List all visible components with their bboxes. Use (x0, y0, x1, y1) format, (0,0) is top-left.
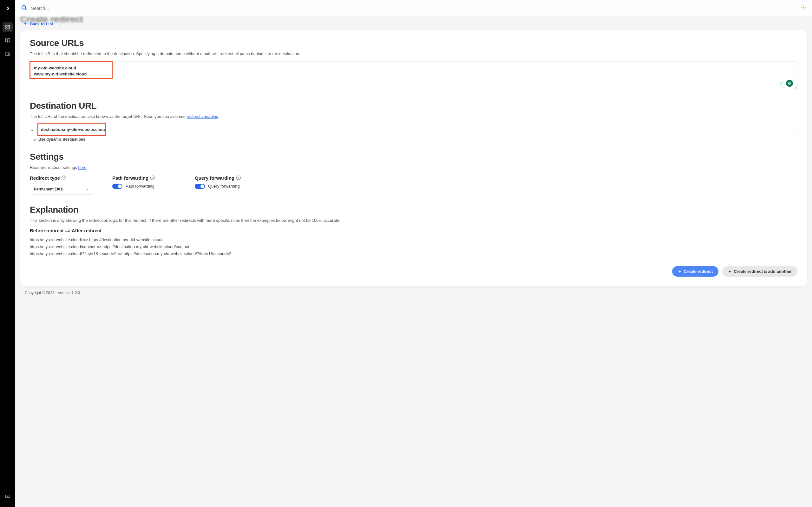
create-redirect-button[interactable]: Create redirect (672, 266, 718, 277)
svg-point-9 (7, 496, 8, 497)
help-icon[interactable]: ? (150, 176, 155, 180)
dynamic-destinations-label: Use dynamic destinations (38, 137, 85, 142)
path-forwarding-group: Path forwarding ? Path forwarding (112, 175, 176, 194)
destination-desc-pre: The full URL of the destination, also kn… (30, 114, 187, 119)
grammarly-lightbulb-icon[interactable] (778, 80, 785, 87)
settings-desc-pre: Read more about settings (30, 165, 78, 170)
explanation-examples: https://my-old-website.cloud/ => https:/… (30, 236, 798, 257)
query-forwarding-toggle-label: Query forwarding (208, 184, 240, 188)
explanation-desc: This section is only showing the redirec… (30, 217, 798, 224)
destination-url-title: Destination URL (30, 101, 798, 111)
search-input[interactable] (31, 6, 801, 11)
settings-here-link[interactable]: here (78, 165, 86, 170)
query-forwarding-label: Query forwarding ? (195, 175, 258, 181)
path-forwarding-label-text: Path forwarding (112, 175, 148, 181)
redirect-type-group: Redirect type ? Permanent (301) (30, 175, 93, 194)
redirect-type-label-text: Redirect type (30, 175, 60, 181)
back-to-list-link[interactable]: Back to List (23, 20, 61, 27)
path-forwarding-toggle-label: Path forwarding (125, 184, 154, 188)
query-forwarding-label-text: Query forwarding (195, 175, 235, 181)
explanation-example-line: https://my-old-website.cloud/contact => … (30, 243, 798, 250)
redirect-type-label: Redirect type ? (30, 175, 93, 181)
settings-desc: Read more about settings here. (30, 164, 798, 171)
svg-rect-1 (6, 25, 7, 27)
sidebar-nav-book[interactable] (3, 36, 13, 46)
section-explanation: Explanation This section is only showing… (30, 205, 798, 258)
help-icon[interactable]: ? (62, 176, 66, 180)
svg-line-11 (26, 9, 27, 10)
sidebar-expand-button[interactable] (5, 6, 10, 13)
svg-rect-3 (6, 27, 7, 29)
source-urls-desc: The full URLs that should be redirected … (30, 51, 798, 57)
create-and-add-another-button[interactable]: Create redirect & add another (722, 266, 798, 277)
grammarly-g-icon[interactable]: G (786, 80, 793, 87)
settings-desc-post: . (87, 165, 88, 170)
use-dynamic-destinations-link[interactable]: Use dynamic destinations (33, 137, 798, 142)
topbar (15, 0, 812, 16)
destination-url-desc: The full URL of the destination, also kn… (30, 113, 798, 120)
svg-line-20 (805, 6, 805, 6)
path-forwarding-label: Path forwarding ? (112, 175, 176, 181)
help-icon[interactable]: ? (236, 176, 241, 180)
back-link-label: Back to List (30, 21, 53, 26)
section-destination-url: Destination URL The full URL of the dest… (30, 101, 798, 142)
sidebar-nav-bottom[interactable] (3, 491, 13, 501)
before-after-heading: Before redirect => After redirect (30, 228, 798, 233)
sidebar-divider (4, 487, 11, 487)
svg-line-16 (805, 9, 805, 9)
create-another-button-label: Create redirect & add another (734, 269, 792, 274)
svg-rect-4 (8, 27, 9, 29)
source-urls-title: Source URLs (30, 38, 798, 48)
sidebar-nav-dashboard[interactable] (3, 22, 13, 32)
svg-line-19 (802, 9, 802, 9)
form-card: Source URLs The full URLs that should be… (20, 31, 807, 286)
search-icon[interactable] (21, 4, 27, 12)
svg-rect-8 (5, 495, 9, 498)
section-settings: Settings Read more about settings here. … (30, 152, 798, 194)
query-forwarding-group: Query forwarding ? Query forwarding (195, 175, 258, 194)
grammarly-overlay: G (778, 80, 793, 87)
explanation-example-line: https://my-old-website.cloud/ => https:/… (30, 236, 798, 243)
redirect-type-value: Permanent (301) (34, 187, 63, 191)
copyright-footer: Copyright © 2023 - Version 1.0.0 (25, 291, 807, 295)
form-actions: Create redirect Create redirect & add an… (30, 266, 798, 277)
svg-point-12 (803, 7, 804, 9)
settings-title: Settings (30, 152, 798, 162)
redirect-type-select[interactable]: Permanent (301) (30, 184, 93, 194)
query-forwarding-toggle[interactable] (195, 184, 205, 189)
sidebar-nav-news[interactable] (3, 49, 13, 59)
theme-toggle-button[interactable] (801, 5, 806, 12)
destination-url-input[interactable] (36, 124, 798, 135)
section-source-urls: Source URLs The full URLs that should be… (30, 38, 798, 91)
destination-desc-post: . (218, 114, 219, 119)
svg-line-15 (802, 6, 802, 6)
source-urls-textarea[interactable] (30, 61, 798, 89)
svg-rect-2 (8, 25, 9, 27)
explanation-example-line: https://my-old-website.cloud/?first=1&se… (30, 250, 798, 257)
path-forwarding-toggle[interactable] (112, 184, 122, 189)
svg-point-10 (22, 5, 26, 9)
destination-arrow-icon: ↳ (30, 127, 34, 132)
explanation-title: Explanation (30, 205, 798, 215)
create-button-label: Create redirect (683, 269, 713, 274)
redirect-variables-link[interactable]: redirect variables (187, 114, 218, 119)
sidebar (0, 0, 15, 507)
